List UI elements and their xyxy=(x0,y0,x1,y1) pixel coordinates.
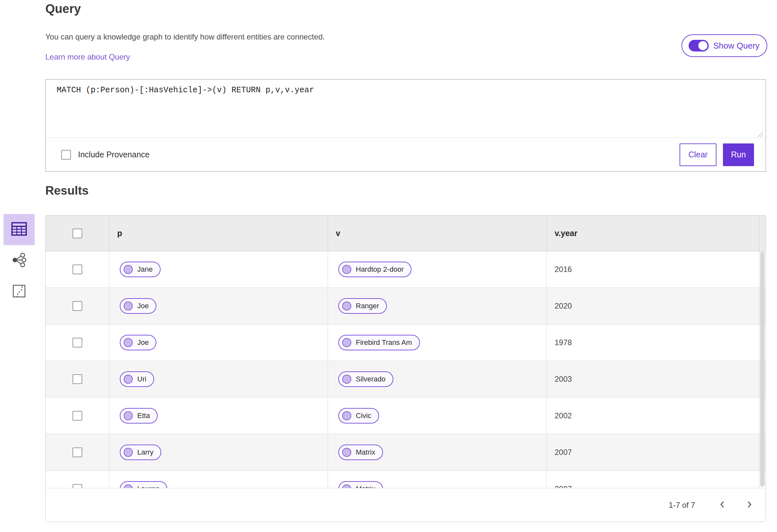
entity-pill[interactable]: Firebird Trans Am xyxy=(338,335,420,350)
run-button[interactable]: Run xyxy=(723,143,754,166)
year-value: 2007 xyxy=(555,448,572,457)
entity-pill[interactable]: Uri xyxy=(120,371,154,387)
year-value: 2003 xyxy=(555,375,572,384)
entity-pill[interactable]: Joe xyxy=(120,335,156,350)
resize-handle-icon[interactable] xyxy=(755,129,764,138)
entity-pill[interactable]: Matrix xyxy=(338,445,383,460)
column-header-v: v xyxy=(328,216,547,251)
results-table: p v v.year Jane Hardtop 2-door 2016 Joe … xyxy=(45,215,766,522)
entity-pill[interactable]: Ranger xyxy=(338,298,387,314)
page-title: Query xyxy=(45,2,81,16)
clear-button[interactable]: Clear xyxy=(680,143,716,166)
chevron-left-icon xyxy=(719,500,726,510)
table-row: Joe Firebird Trans Am 1978 xyxy=(46,324,766,361)
node-icon xyxy=(124,302,133,311)
year-value: 2002 xyxy=(555,411,572,420)
row-select-checkbox[interactable] xyxy=(73,374,82,384)
graph-view-button[interactable] xyxy=(4,245,35,276)
table-row: Larry Matrix 2007 xyxy=(46,434,766,471)
table-row: Etta Civic 2002 xyxy=(46,398,766,434)
node-icon xyxy=(124,411,133,420)
table-row: Jane Hardtop 2-door 2016 xyxy=(46,251,766,288)
node-icon xyxy=(342,411,351,420)
entity-pill[interactable]: Etta xyxy=(120,408,158,424)
node-icon xyxy=(342,338,351,347)
chevron-right-icon xyxy=(746,500,753,510)
entity-pill[interactable]: Silverado xyxy=(338,371,394,387)
row-select-checkbox[interactable] xyxy=(73,301,82,311)
table-view-icon xyxy=(11,222,27,237)
column-header-p: p xyxy=(109,216,328,251)
query-page: Query You can query a knowledge graph to… xyxy=(0,0,777,532)
node-icon xyxy=(342,265,351,274)
entity-pill[interactable]: Hardtop 2-door xyxy=(338,261,412,277)
node-icon xyxy=(124,265,133,274)
map-view-icon xyxy=(13,285,25,299)
pagination-range: 1-7 of 7 xyxy=(669,501,695,510)
year-value: 2020 xyxy=(555,302,572,311)
table-row: Uri Silverado 2003 xyxy=(46,361,766,398)
year-value: 1978 xyxy=(555,338,572,347)
toggle-switch-icon[interactable] xyxy=(689,40,709,51)
query-input[interactable]: MATCH (p:Person)-[:HasVehicle]->(v) RETU… xyxy=(46,80,766,138)
graph-view-icon xyxy=(12,252,26,269)
node-icon xyxy=(124,338,133,347)
column-header-vyear: v.year xyxy=(547,216,766,251)
map-view-button[interactable] xyxy=(4,276,35,307)
next-page-button[interactable] xyxy=(742,498,757,512)
row-select-checkbox[interactable] xyxy=(73,411,82,421)
row-select-checkbox[interactable] xyxy=(73,447,82,457)
table-row: Joe Ranger 2020 xyxy=(46,288,766,324)
toggle-knob xyxy=(698,41,707,50)
year-value: 2016 xyxy=(555,265,572,274)
node-icon xyxy=(342,448,351,457)
show-query-label: Show Query xyxy=(713,41,760,51)
learn-more-link[interactable]: Learn more about Query xyxy=(45,52,130,62)
row-select-checkbox[interactable] xyxy=(73,338,82,347)
table-header-row: p v v.year xyxy=(46,216,766,251)
query-panel-footer: Include Provenance Clear Run xyxy=(46,138,766,171)
table-scrollbar[interactable] xyxy=(759,216,766,488)
entity-pill[interactable]: Jane xyxy=(120,261,160,277)
row-select-checkbox[interactable] xyxy=(73,264,82,274)
table-pagination: 1-7 of 7 xyxy=(46,488,766,522)
node-icon xyxy=(124,375,133,384)
select-all-checkbox[interactable] xyxy=(73,229,82,238)
scrollbar-thumb[interactable] xyxy=(760,251,765,487)
node-icon xyxy=(124,448,133,457)
page-description: You can query a knowledge graph to ident… xyxy=(45,32,325,41)
table-view-button[interactable] xyxy=(4,214,35,245)
entity-pill[interactable]: Larry xyxy=(120,445,161,460)
query-panel: MATCH (p:Person)-[:HasVehicle]->(v) RETU… xyxy=(45,79,766,172)
node-icon xyxy=(342,302,351,311)
previous-page-button[interactable] xyxy=(715,498,730,512)
entity-pill[interactable]: Civic xyxy=(338,408,379,424)
include-provenance-label: Include Provenance xyxy=(78,150,149,159)
node-icon xyxy=(342,375,351,384)
include-provenance-checkbox[interactable] xyxy=(61,150,71,159)
show-query-toggle[interactable]: Show Query xyxy=(681,34,767,57)
view-switcher xyxy=(4,214,35,307)
results-title: Results xyxy=(45,184,89,198)
entity-pill[interactable]: Joe xyxy=(120,298,156,314)
